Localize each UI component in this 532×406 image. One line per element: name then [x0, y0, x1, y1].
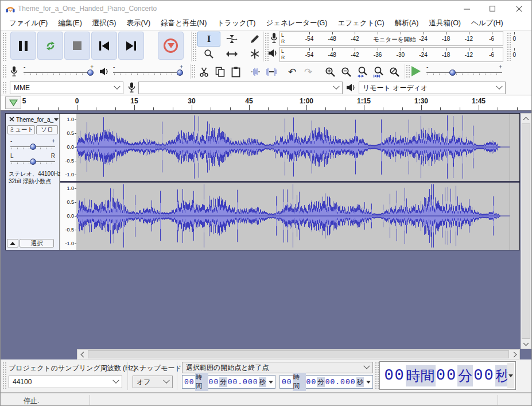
- time-digits[interactable]: 00: [209, 378, 219, 386]
- monitor-hint[interactable]: モニターを開始: [372, 36, 417, 44]
- skip-to-end-button[interactable]: [118, 32, 144, 60]
- recording-volume-knob[interactable]: [87, 69, 94, 76]
- stop-button[interactable]: [64, 32, 90, 60]
- timeline-ruler[interactable]: 5 01530451:001:151:301:45: [1, 95, 531, 111]
- edit-toolbar-grabber[interactable]: [191, 64, 196, 79]
- selection-toolbar-grabber[interactable]: [2, 362, 7, 389]
- menu-item[interactable]: 選択(S): [87, 17, 122, 30]
- track-name-button[interactable]: Theme_for_a_: [16, 115, 59, 123]
- redo-button[interactable]: ↷: [301, 64, 316, 79]
- audio-host-select[interactable]: MME: [10, 82, 123, 94]
- fit-project-button[interactable]: [371, 64, 386, 79]
- recording-volume-slider[interactable]: - +: [24, 67, 94, 78]
- menu-item[interactable]: ジェネレーター(G): [261, 17, 332, 30]
- menu-item[interactable]: ファイル(F): [4, 17, 53, 30]
- playback-device-select[interactable]: リモート オーディオ: [359, 82, 506, 94]
- time-digits[interactable]: 00.000: [325, 378, 356, 386]
- copy-button[interactable]: [212, 64, 227, 79]
- zoom-out-button[interactable]: [339, 64, 354, 79]
- collapse-track-button[interactable]: [7, 239, 18, 248]
- menu-item[interactable]: 表示(V): [121, 17, 156, 30]
- scroll-up-button[interactable]: [521, 114, 531, 123]
- pan-knob[interactable]: [30, 158, 36, 165]
- play-loop-button[interactable]: [37, 32, 63, 60]
- draw-tool-button[interactable]: [243, 32, 266, 47]
- time-shift-tool-button[interactable]: [220, 47, 243, 61]
- track-close-button[interactable]: [8, 115, 15, 123]
- playback-volume-knob[interactable]: [177, 69, 183, 76]
- time-unit[interactable]: 時間: [406, 365, 436, 386]
- pan-slider[interactable]: L R: [10, 156, 55, 167]
- close-button[interactable]: [510, 1, 528, 17]
- playback-volume-slider[interactable]: - +: [113, 67, 183, 78]
- menu-item[interactable]: ヘルプ(H): [466, 17, 508, 30]
- playback-meter[interactable]: L R -54-48-42-36-30-24-18-12-60: [279, 47, 503, 62]
- selection-tool-button[interactable]: I: [197, 32, 220, 47]
- audio-position-dropdown[interactable]: [507, 363, 514, 388]
- maximize-button[interactable]: [483, 1, 502, 17]
- timeline-options-button[interactable]: [5, 96, 21, 109]
- time-digits[interactable]: 00: [384, 367, 405, 384]
- time-digits[interactable]: 00.000: [228, 378, 258, 386]
- pause-button[interactable]: [10, 32, 36, 60]
- snap-mode-select[interactable]: オフ: [133, 376, 173, 388]
- play-speed-knob[interactable]: [449, 69, 456, 76]
- scroll-right-button[interactable]: [510, 350, 519, 359]
- solo-button[interactable]: ソロ: [36, 125, 58, 134]
- record-button[interactable]: [158, 32, 184, 60]
- mixer-toolbar-grabber[interactable]: [2, 64, 7, 79]
- trim-audio-button[interactable]: [248, 64, 263, 79]
- audio-position-display[interactable]: 00時間00分00秒: [379, 361, 516, 390]
- cut-button[interactable]: [196, 64, 211, 79]
- audio-track[interactable]: Theme_for_a_ ミュート ソロ - + L R ステレオ、: [5, 113, 520, 250]
- vertical-scroll-thumb[interactable]: [522, 123, 530, 339]
- fit-selection-button[interactable]: [355, 64, 370, 79]
- scroll-left-button[interactable]: [77, 350, 87, 359]
- minimize-button[interactable]: [457, 1, 476, 17]
- meter-toolbar-end-grabber[interactable]: [507, 32, 511, 61]
- undo-button[interactable]: ↶: [285, 64, 300, 79]
- selection-start-field[interactable]: 00時間00分00.000秒: [182, 375, 275, 389]
- transport-toolbar-grabber[interactable]: [2, 32, 7, 61]
- time-digits[interactable]: 00: [306, 378, 317, 386]
- play-meter-speaker-icon[interactable]: [268, 49, 278, 57]
- time-toolbar-grabber[interactable]: [375, 362, 379, 389]
- track-select-button[interactable]: 選択: [20, 239, 54, 248]
- play-speed-slider[interactable]: - +: [426, 67, 502, 78]
- zoom-tool-button[interactable]: [197, 47, 220, 61]
- silence-audio-button[interactable]: [264, 64, 279, 79]
- menu-item[interactable]: 録音と再生(N): [156, 17, 212, 30]
- gain-knob[interactable]: [30, 144, 36, 150]
- record-meter-mic-icon[interactable]: [270, 33, 278, 44]
- envelope-tool-button[interactable]: [220, 32, 243, 47]
- menu-item[interactable]: 解析(A): [390, 17, 424, 30]
- time-digits[interactable]: 00: [184, 378, 195, 386]
- menu-item[interactable]: トラック(T): [212, 17, 261, 30]
- time-unit[interactable]: 分: [219, 377, 227, 387]
- scroll-down-button[interactable]: [521, 339, 531, 349]
- time-unit[interactable]: 分: [317, 377, 325, 387]
- time-digits[interactable]: 00: [436, 367, 457, 384]
- device-toolbar-grabber[interactable]: [2, 82, 7, 94]
- time-unit[interactable]: 秒: [259, 377, 267, 387]
- play-at-speed-button[interactable]: [411, 66, 421, 76]
- time-field-dropdown[interactable]: [267, 376, 275, 388]
- time-digits[interactable]: 00: [473, 367, 494, 384]
- menu-item[interactable]: エフェクト(C): [332, 17, 389, 30]
- selection-range-mode-select[interactable]: 選択範囲の開始点と終了点: [182, 362, 373, 373]
- time-digits[interactable]: 00: [282, 378, 292, 386]
- skip-to-start-button[interactable]: [91, 32, 117, 60]
- multi-tool-button[interactable]: [243, 47, 266, 61]
- zoom-in-button[interactable]: [323, 64, 337, 79]
- menu-item[interactable]: 編集(E): [53, 17, 87, 30]
- time-unit[interactable]: 秒: [356, 377, 364, 387]
- play-at-speed-grabber[interactable]: [406, 64, 410, 79]
- time-unit[interactable]: 時間: [293, 373, 306, 391]
- menu-item[interactable]: 道具箱(O): [424, 17, 466, 30]
- tools-toolbar-grabber[interactable]: [192, 32, 197, 61]
- time-unit[interactable]: 時間: [195, 373, 208, 391]
- selection-end-field[interactable]: 00時間00分00.000秒: [279, 375, 373, 389]
- gain-slider[interactable]: - +: [10, 141, 55, 152]
- track-area[interactable]: Theme_for_a_ ミュート ソロ - + L R ステレオ、: [1, 111, 532, 359]
- project-rate-select[interactable]: 44100: [9, 376, 122, 388]
